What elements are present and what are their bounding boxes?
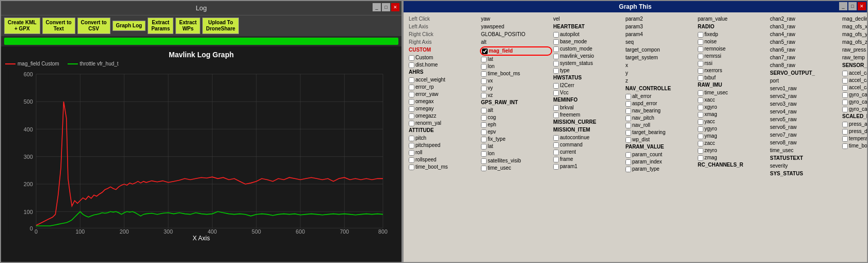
maximize-button[interactable]: □ bbox=[382, 3, 390, 11]
gyro-cal-y-checkbox[interactable] bbox=[842, 100, 848, 105]
renorm-yal-checkbox[interactable] bbox=[409, 121, 414, 126]
xmag-checkbox[interactable] bbox=[698, 112, 703, 118]
i2cerr-checkbox[interactable] bbox=[553, 83, 559, 89]
aspd-error-checkbox[interactable] bbox=[625, 101, 631, 107]
rxerrors-checkbox[interactable] bbox=[698, 68, 703, 74]
gps-alt-checkbox[interactable] bbox=[481, 108, 487, 113]
gyro-cal-x-checkbox[interactable] bbox=[842, 92, 848, 98]
current-checkbox[interactable] bbox=[553, 150, 559, 155]
zeyro-checkbox[interactable] bbox=[698, 148, 703, 154]
rollspeed-checkbox[interactable] bbox=[409, 157, 414, 163]
lat-1-checkbox[interactable] bbox=[481, 57, 487, 62]
vcc-checkbox[interactable] bbox=[553, 90, 559, 96]
svg-text:0: 0 bbox=[30, 225, 33, 232]
noise-checkbox[interactable] bbox=[698, 39, 703, 45]
dist-home-checkbox[interactable] bbox=[409, 62, 414, 68]
accel-cal-z-checkbox[interactable] bbox=[842, 85, 848, 91]
frame-checkbox[interactable] bbox=[553, 157, 559, 162]
nav-bearing-checkbox[interactable] bbox=[625, 108, 631, 114]
scaled-time-checkbox[interactable] bbox=[842, 143, 848, 149]
omegax-checkbox[interactable] bbox=[409, 99, 414, 105]
accel-cal-x-checkbox[interactable] bbox=[842, 71, 848, 76]
mavlink-versio-checkbox[interactable] bbox=[553, 54, 559, 59]
graph-maximize-button[interactable]: □ bbox=[848, 2, 857, 10]
upload-droneshare-button[interactable]: Upload ToDroneShare bbox=[202, 18, 239, 34]
brkval-checkbox[interactable] bbox=[553, 105, 559, 111]
target-bearing-checkbox[interactable] bbox=[625, 130, 631, 136]
param-type-checkbox[interactable] bbox=[625, 167, 631, 172]
chan5-raw-value: chan5_raw bbox=[769, 39, 841, 46]
accel-weight-checkbox[interactable] bbox=[409, 77, 414, 83]
gyro-cal-z-checkbox[interactable] bbox=[842, 107, 848, 112]
ymag-checkbox[interactable] bbox=[698, 134, 703, 139]
nav-roll-checkbox[interactable] bbox=[625, 123, 631, 128]
create-kml-button[interactable]: Create KML+ GPX bbox=[4, 18, 40, 34]
roll-checkbox[interactable] bbox=[409, 150, 414, 156]
pitchspeed-checkbox[interactable] bbox=[409, 143, 414, 149]
time-usec-1-checkbox[interactable] bbox=[481, 166, 487, 171]
time-boot-ms-1-checkbox[interactable] bbox=[409, 165, 414, 170]
close-button[interactable]: ✕ bbox=[391, 3, 399, 11]
txbuf-checkbox[interactable] bbox=[698, 75, 703, 81]
alt-error-checkbox[interactable] bbox=[625, 94, 631, 100]
press-abs-checkbox[interactable] bbox=[842, 122, 848, 127]
chan8-raw-value: chan8_raw bbox=[769, 62, 841, 70]
omegay-checkbox[interactable] bbox=[409, 106, 414, 112]
zmag-checkbox[interactable] bbox=[698, 155, 703, 161]
raw-imu-time-checkbox[interactable] bbox=[698, 90, 703, 96]
convert-csv-button[interactable]: Convert toCSV bbox=[77, 18, 110, 34]
satellites-checkbox[interactable] bbox=[481, 158, 487, 164]
convert-text-button[interactable]: Convert toText bbox=[42, 18, 75, 34]
extract-params-button[interactable]: ExtractParams bbox=[148, 18, 173, 34]
temperature-checkbox[interactable] bbox=[842, 136, 848, 142]
pitch-checkbox[interactable] bbox=[409, 136, 414, 141]
base-mode-checkbox[interactable] bbox=[553, 39, 559, 45]
autopilot-checkbox[interactable] bbox=[553, 32, 559, 38]
gps-lat-checkbox[interactable] bbox=[481, 144, 487, 150]
press-diff-checkbox[interactable] bbox=[842, 129, 848, 135]
minimize-button[interactable]: _ bbox=[373, 3, 381, 11]
fix-type-checkbox[interactable] bbox=[481, 137, 487, 142]
nav-pitch-checkbox[interactable] bbox=[625, 116, 631, 121]
accel-cal-y-checkbox[interactable] bbox=[842, 78, 848, 84]
mag-field-checkbox[interactable] bbox=[482, 48, 488, 54]
graph-close-button[interactable]: ✕ bbox=[858, 2, 866, 10]
graph-log-button[interactable]: Graph Log bbox=[112, 21, 146, 31]
gps-lon-checkbox[interactable] bbox=[481, 151, 487, 157]
epv-checkbox[interactable] bbox=[481, 129, 487, 135]
xacc-checkbox[interactable] bbox=[698, 97, 703, 103]
autocontinue-checkbox[interactable] bbox=[553, 135, 559, 141]
time-boot-2-checkbox[interactable] bbox=[481, 71, 487, 77]
error-yaw-checkbox[interactable] bbox=[409, 92, 414, 97]
yacc-checkbox[interactable] bbox=[698, 119, 703, 125]
custom-mode-checkbox[interactable] bbox=[553, 46, 559, 52]
eph-checkbox[interactable] bbox=[481, 122, 487, 128]
system-status-checkbox[interactable] bbox=[553, 61, 559, 67]
param-count-checkbox[interactable] bbox=[625, 152, 631, 158]
param1-checkbox[interactable] bbox=[553, 164, 559, 170]
extract-wps-button[interactable]: ExtractWPs bbox=[175, 18, 200, 34]
vy-checkbox[interactable] bbox=[481, 86, 487, 91]
graph-minimize-button[interactable]: _ bbox=[839, 2, 847, 10]
remrssi-checkbox[interactable] bbox=[698, 54, 703, 59]
freemem-checkbox[interactable] bbox=[553, 112, 559, 118]
command-checkbox[interactable] bbox=[553, 142, 559, 148]
remnoise-checkbox[interactable] bbox=[698, 46, 703, 52]
fixedp-checkbox[interactable] bbox=[698, 32, 703, 38]
lon-1-checkbox[interactable] bbox=[481, 64, 487, 70]
ygyro-checkbox[interactable] bbox=[698, 126, 703, 132]
wp-dist-checkbox[interactable] bbox=[625, 137, 631, 143]
cog-checkbox[interactable] bbox=[481, 115, 487, 121]
current-item: current bbox=[552, 149, 624, 156]
param-index-checkbox[interactable] bbox=[625, 159, 631, 165]
xgyro-checkbox[interactable] bbox=[698, 105, 703, 110]
omegazz-checkbox[interactable] bbox=[409, 113, 414, 119]
custom-checkbox[interactable] bbox=[409, 55, 414, 61]
error-rp-checkbox[interactable] bbox=[409, 85, 414, 90]
vz-checkbox[interactable] bbox=[481, 93, 487, 98]
type-checkbox[interactable] bbox=[553, 68, 559, 74]
mag-ofs-z-value: mag_ofs_z bbox=[841, 39, 867, 46]
vx-checkbox[interactable] bbox=[481, 78, 487, 84]
zacc-checkbox[interactable] bbox=[698, 141, 703, 146]
rssi-checkbox[interactable] bbox=[698, 61, 703, 67]
